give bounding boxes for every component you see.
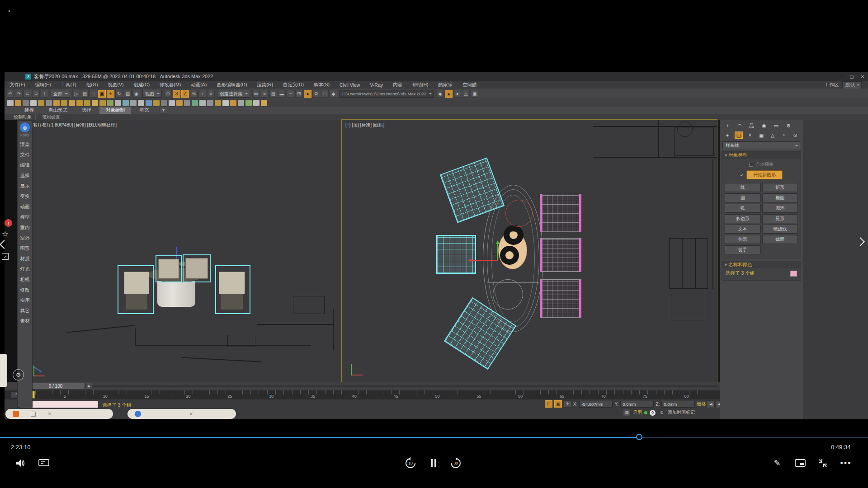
toolbar-icon[interactable]: ⊞	[295, 90, 303, 98]
z-field[interactable]: 0.0mm	[661, 401, 695, 408]
command-panel-tab-icon[interactable]: 品	[748, 122, 756, 129]
ribbon-minimize-icon[interactable]: ▾	[160, 106, 167, 114]
volume-icon[interactable]	[14, 457, 26, 469]
plugin-toolbar-icon[interactable]	[46, 100, 52, 106]
shape-button[interactable]: 椭圆	[762, 193, 798, 202]
plugin-toolbar-icon[interactable]	[176, 100, 183, 106]
toolbar-icon[interactable]: ▤	[269, 90, 277, 98]
command-panel-tab-icon[interactable]: +	[723, 122, 731, 129]
sidebar-item[interactable]: 材质	[20, 253, 30, 264]
toolbar-icon[interactable]: ▷	[72, 90, 80, 98]
shape-button[interactable]: 星形	[762, 214, 798, 223]
y-field[interactable]: 0.0mm	[620, 401, 654, 408]
minimize-button[interactable]: —	[835, 73, 846, 80]
toolbar-icon[interactable]: 3	[173, 90, 180, 98]
plugin-toolbar-icon[interactable]	[7, 100, 14, 106]
create-category-icon[interactable]: △	[769, 131, 777, 139]
pip-icon[interactable]	[794, 457, 806, 469]
create-category-icon[interactable]: ▢	[735, 131, 743, 139]
selection-lock-icon[interactable]: ▣	[554, 400, 562, 408]
toolbar-icon[interactable]: ↷	[15, 90, 23, 98]
plugin-toolbar-icon[interactable]	[69, 100, 75, 106]
sidebar-item[interactable]: 相机	[20, 274, 30, 285]
danmaku-icon[interactable]	[38, 457, 50, 469]
create-category-icon[interactable]: ▣	[757, 131, 765, 139]
shape-button[interactable]: 矩形	[762, 183, 798, 192]
toolbar-icon[interactable]: ▣	[471, 90, 478, 98]
sidebar-item[interactable]: 文件	[20, 150, 30, 160]
toolbar-icon[interactable]: ∠	[181, 90, 189, 98]
sidebar-item[interactable]: 室外	[20, 233, 30, 243]
sidebar-item[interactable]: 动画	[20, 202, 30, 212]
plugin-toolbar-icon[interactable]	[130, 100, 137, 106]
menu-item[interactable]: 脚本(S)	[309, 82, 335, 88]
menu-item[interactable]: 酷家乐	[434, 82, 458, 88]
create-category-icon[interactable]: ⊙	[791, 131, 799, 139]
menu-item[interactable]: 内容	[388, 82, 407, 88]
menu-item[interactable]: 修改器(M)	[155, 82, 186, 88]
ribbon-tab[interactable]: 建模	[18, 107, 40, 114]
more-options-icon[interactable]: •••	[840, 457, 852, 469]
toolbar-icon[interactable]: ▤	[81, 90, 89, 98]
pill-close-icon[interactable]: ✕	[47, 411, 52, 417]
menu-item[interactable]: 空间酷	[458, 82, 482, 88]
share-icon[interactable]: ↗	[2, 253, 9, 260]
plugin-toolbar-icon[interactable]	[207, 100, 213, 106]
shape-button[interactable]: 徒手	[725, 245, 761, 254]
plugin-toolbar-icon[interactable]	[253, 100, 259, 106]
toolbar-icon[interactable]: □	[90, 90, 97, 98]
workspace-selector[interactable]: 工作区: 默认	[825, 81, 862, 89]
toolbar-icon[interactable]: ◉	[132, 90, 140, 98]
pill-restore-icon[interactable]	[31, 412, 36, 417]
toolbar-icon[interactable]: ~	[287, 90, 294, 98]
workspace-value[interactable]: 默认	[842, 81, 862, 89]
coord-mode-icon[interactable]: ✛	[564, 400, 571, 408]
menu-item[interactable]: Civil View	[335, 82, 365, 88]
plugin-toolbar-icon[interactable]	[238, 100, 244, 106]
overlay-plus-badge[interactable]: +	[5, 219, 12, 227]
sidebar-item[interactable]: 灯光	[20, 264, 30, 274]
create-category-icon[interactable]: ≈	[780, 131, 788, 139]
shape-button[interactable]: 文本	[725, 225, 761, 234]
menu-item[interactable]: 编辑(E)	[30, 82, 56, 88]
command-panel-tab-icon[interactable]: ⚙	[784, 122, 793, 129]
plugin-toolbar-icon[interactable]	[261, 100, 267, 106]
menu-item[interactable]: 工具(T)	[56, 82, 81, 88]
toolbar-icon[interactable]: △	[462, 90, 470, 98]
overlay-window-pill[interactable]: ✕	[5, 409, 113, 419]
rewind-10-icon[interactable]: 10	[405, 457, 416, 469]
autogrid-row[interactable]: 自动栅格	[722, 159, 801, 169]
sidebar-item[interactable]: 渲染	[20, 139, 30, 150]
plugin-toolbar-icon[interactable]	[99, 100, 106, 106]
menu-item[interactable]: V-Ray	[365, 82, 388, 88]
command-panel-tab-icon[interactable]: ◠	[736, 122, 744, 129]
next-frame-arrow[interactable]: ▶	[86, 383, 92, 389]
autogrid-checkbox[interactable]	[749, 163, 753, 167]
plugin-toolbar-icon[interactable]	[146, 100, 152, 106]
gear-icon[interactable]: ⚙	[13, 369, 24, 380]
toolbar-icon[interactable]: ▣	[98, 90, 106, 98]
viewport-camera[interactable]: [+] [客厅餐厅1 800*480] [标准] [默认明暗处理]	[22, 120, 342, 382]
ribbon-subtab[interactable]: 绘制对象	[10, 114, 36, 120]
toolbar-icon[interactable]: □	[321, 90, 329, 98]
maximize-button[interactable]: ▢	[846, 73, 857, 80]
x-field[interactable]: -54.607mm	[579, 401, 613, 408]
start-new-shape-row[interactable]: ✓ 开始新图形	[722, 169, 801, 182]
sidebar-item[interactable]: 实用	[20, 295, 30, 305]
plugin-toolbar-icon[interactable]	[107, 100, 113, 106]
plugin-toolbar-icon[interactable]	[199, 100, 206, 106]
toolbar-icon[interactable]: ▲	[445, 90, 453, 98]
sidebar-item[interactable]: 修改	[20, 285, 30, 295]
toolbar-icon[interactable]: %	[190, 90, 198, 98]
plugin-toolbar-icon[interactable]	[15, 100, 21, 106]
video-progress-handle[interactable]	[636, 434, 642, 440]
edit-pencil-icon[interactable]: ✎	[771, 457, 783, 469]
sidebar-item[interactable]: 编辑	[20, 160, 30, 170]
shape-button[interactable]: 圆	[725, 193, 761, 202]
unselected-chair[interactable]	[540, 279, 581, 318]
unselected-chair[interactable]	[540, 194, 581, 232]
shape-button[interactable]: 多边形	[725, 214, 761, 223]
sidebar-item[interactable]: 显示	[20, 181, 30, 191]
selected-chair[interactable]	[436, 235, 476, 274]
plugin-toolbar-icon[interactable]	[38, 100, 44, 106]
